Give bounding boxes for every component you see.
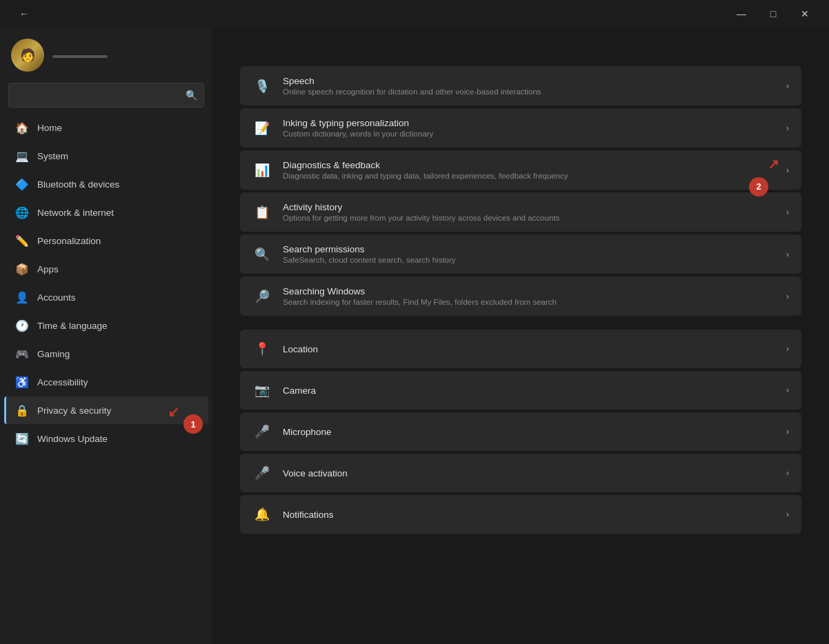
- chevron-right-icon: ›: [786, 208, 789, 217]
- annotation-2-arrow: ↗: [768, 156, 779, 172]
- sidebar-item-personalization[interactable]: ✏️Personalization: [4, 227, 208, 254]
- sidebar-item-system[interactable]: 💻System: [4, 142, 208, 170]
- chevron-right-icon: ›: [786, 81, 789, 91]
- search_permissions-text: Search permissionsSafeSearch, cloud cont…: [283, 244, 775, 264]
- system-icon: 💻: [15, 149, 29, 163]
- app-permission-item-camera[interactable]: 📷Camera›: [240, 371, 801, 410]
- chevron-right-icon: ›: [786, 344, 789, 354]
- location-perm-icon: 📍: [252, 339, 272, 359]
- app-permissions-list: 📍Location›📷Camera›🎤Microphone›🎤Voice act…: [240, 330, 801, 534]
- titlebar: ← — □ ✕: [0, 0, 829, 28]
- home-icon: 🏠: [15, 121, 29, 134]
- voice_activation-perm-title: Voice activation: [283, 468, 775, 479]
- activity-title: Activity history: [283, 202, 775, 212]
- app-permission-item-microphone[interactable]: 🎤Microphone›: [240, 412, 801, 451]
- notifications-perm-title: Notifications: [283, 510, 775, 520]
- diagnostics-title: Diagnostics & feedback: [283, 160, 775, 170]
- app-permission-item-location[interactable]: 📍Location›: [240, 330, 801, 368]
- sidebar-item-label-system: System: [37, 151, 68, 161]
- searching_windows-text: Searching WindowsSearch indexing for fas…: [283, 286, 775, 306]
- sidebar-item-apps[interactable]: 📦Apps: [4, 255, 208, 283]
- chevron-right-icon: ›: [786, 250, 789, 259]
- chevron-right-icon: ›: [786, 385, 789, 395]
- sidebar-item-label-privacy: Privacy & security: [37, 405, 111, 416]
- privacy-icon: 🔒: [15, 403, 29, 417]
- sidebar-item-home[interactable]: 🏠Home: [4, 114, 208, 141]
- search-icon: 🔍: [186, 90, 197, 101]
- inking-desc: Custom dictionary, words in your diction…: [283, 130, 775, 138]
- close-button[interactable]: ✕: [789, 3, 821, 25]
- user-profile[interactable]: 🧑: [0, 28, 212, 80]
- annotation-1: 1: [183, 414, 203, 434]
- gaming-icon: 🎮: [15, 347, 29, 361]
- bluetooth-icon: 🔷: [15, 177, 29, 191]
- inking-icon: 📝: [252, 119, 272, 138]
- user-info: [52, 52, 108, 58]
- camera-perm-icon: 📷: [252, 381, 272, 400]
- speech-text: SpeechOnline speech recognition for dict…: [283, 76, 775, 96]
- sidebar-item-accounts[interactable]: 👤Accounts: [4, 283, 208, 311]
- sidebar-item-network[interactable]: 🌐Network & internet: [4, 199, 208, 226]
- annotation-1-arrow: ↗: [168, 405, 179, 421]
- sidebar-item-gaming[interactable]: 🎮Gaming: [4, 340, 208, 368]
- sidebar: 🧑 🔍 🏠Home💻System🔷Bluetooth & devices🌐Net…: [0, 28, 212, 644]
- searching_windows-icon: 🔎: [252, 287, 272, 306]
- search_permissions-desc: SafeSearch, cloud content search, search…: [283, 256, 775, 264]
- titlebar-left: ←: [8, 3, 47, 25]
- app-permission-item-notifications[interactable]: 🔔Notifications›: [240, 495, 801, 534]
- location-perm-text: Location: [283, 344, 775, 354]
- time-icon: 🕐: [15, 319, 29, 332]
- settings-item-searching_windows[interactable]: 🔎Searching WindowsSearch indexing for fa…: [240, 276, 801, 316]
- microphone-perm-title: Microphone: [283, 427, 775, 437]
- settings-item-diagnostics[interactable]: 📊Diagnostics & feedbackDiagnostic data, …: [240, 150, 801, 190]
- diagnostics-text: Diagnostics & feedbackDiagnostic data, i…: [283, 160, 775, 180]
- search-input[interactable]: [8, 83, 204, 108]
- sidebar-item-time[interactable]: 🕐Time & language: [4, 312, 208, 339]
- update-icon: 🔄: [15, 432, 29, 445]
- settings-item-speech[interactable]: 🎙️SpeechOnline speech recognition for di…: [240, 66, 801, 105]
- app-permission-item-voice_activation[interactable]: 🎤Voice activation›: [240, 454, 801, 492]
- activity-desc: Options for getting more from your activ…: [283, 214, 775, 222]
- back-button[interactable]: ←: [8, 3, 40, 25]
- sidebar-item-label-personalization: Personalization: [37, 236, 101, 246]
- sidebar-item-label-accounts: Accounts: [37, 292, 76, 303]
- searching_windows-desc: Search indexing for faster results, Find…: [283, 298, 775, 306]
- notifications-perm-icon: 🔔: [252, 505, 272, 524]
- sidebar-item-label-home: Home: [37, 123, 62, 133]
- accounts-icon: 👤: [15, 290, 29, 304]
- sidebar-item-accessibility[interactable]: ♿Accessibility: [4, 368, 208, 396]
- sidebar-item-label-time: Time & language: [37, 321, 108, 331]
- maximize-button[interactable]: □: [757, 3, 789, 25]
- chevron-right-icon: ›: [786, 165, 789, 175]
- diagnostics-desc: Diagnostic data, inking and typing data,…: [283, 172, 775, 180]
- sidebar-item-label-network: Network & internet: [37, 208, 114, 218]
- sidebar-item-bluetooth[interactable]: 🔷Bluetooth & devices: [4, 170, 208, 198]
- sidebar-item-privacy[interactable]: 🔒Privacy & security↗1: [4, 396, 208, 424]
- sidebar-item-label-bluetooth: Bluetooth & devices: [37, 179, 119, 190]
- sidebar-item-label-apps: Apps: [37, 264, 59, 274]
- inking-title: Inking & typing personalization: [283, 118, 775, 128]
- microphone-perm-text: Microphone: [283, 427, 775, 437]
- user-status-bar: [52, 55, 108, 58]
- voice_activation-perm-icon: 🎤: [252, 463, 272, 483]
- accessibility-icon: ♿: [15, 375, 29, 389]
- settings-item-search_permissions[interactable]: 🔍Search permissionsSafeSearch, cloud con…: [240, 234, 801, 274]
- voice_activation-perm-text: Voice activation: [283, 468, 775, 479]
- chevron-right-icon: ›: [786, 510, 789, 519]
- settings-item-activity[interactable]: 📋Activity historyOptions for getting mor…: [240, 192, 801, 232]
- apps-icon: 📦: [15, 262, 29, 276]
- speech-desc: Online speech recognition for dictation …: [283, 88, 775, 96]
- main-content: 🎙️SpeechOnline speech recognition for di…: [212, 28, 829, 644]
- sidebar-item-update[interactable]: 🔄Windows Update: [4, 425, 208, 452]
- notifications-perm-text: Notifications: [283, 510, 775, 520]
- settings-list: 🎙️SpeechOnline speech recognition for di…: [240, 66, 801, 316]
- minimize-button[interactable]: —: [726, 3, 757, 25]
- activity-icon: 📋: [252, 203, 272, 222]
- titlebar-controls: — □ ✕: [726, 3, 821, 25]
- annotation-2: 2: [749, 177, 768, 197]
- inking-text: Inking & typing personalizationCustom di…: [283, 118, 775, 138]
- speech-title: Speech: [283, 76, 775, 86]
- settings-item-inking[interactable]: 📝Inking & typing personalizationCustom d…: [240, 108, 801, 148]
- activity-text: Activity historyOptions for getting more…: [283, 202, 775, 222]
- location-perm-title: Location: [283, 344, 775, 354]
